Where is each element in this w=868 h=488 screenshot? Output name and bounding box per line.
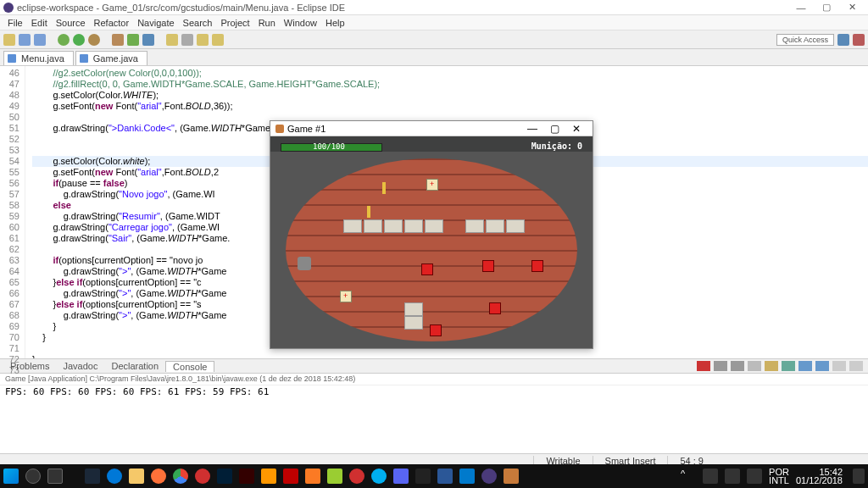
- clear-console-icon[interactable]: [748, 361, 761, 371]
- tray-up-icon[interactable]: ^: [681, 469, 696, 484]
- notepad-icon[interactable]: [327, 469, 342, 484]
- game-window[interactable]: Game #1 — ▢ ✕ 100/100 Munição: 0: [270, 120, 593, 349]
- tray-icon[interactable]: [703, 469, 718, 484]
- open-console-icon[interactable]: [815, 361, 829, 371]
- game-titlebar[interactable]: Game #1 — ▢ ✕: [270, 121, 593, 136]
- skype-icon[interactable]: [371, 469, 387, 484]
- sublime-icon[interactable]: [261, 469, 276, 484]
- tab-game-java[interactable]: Game.java: [75, 51, 147, 65]
- game-canvas[interactable]: 100/100 Munição: 0: [270, 136, 593, 348]
- menu-navigate[interactable]: Navigate: [133, 18, 178, 28]
- save-icon[interactable]: [19, 34, 31, 46]
- perspective-debug-icon[interactable]: [853, 34, 865, 46]
- tab-label: Menu.java: [21, 53, 64, 64]
- search-icon[interactable]: [166, 34, 178, 46]
- tab-javadoc[interactable]: Javadoc: [56, 361, 104, 371]
- bullet-sprite: [367, 206, 370, 218]
- menu-edit[interactable]: Edit: [27, 18, 52, 28]
- unity-icon[interactable]: [415, 469, 431, 484]
- back-icon[interactable]: [197, 34, 209, 46]
- enemy-sprite: [489, 302, 501, 314]
- game-title: Game #1: [287, 124, 326, 134]
- max-icon[interactable]: [849, 361, 863, 371]
- crate-sprite: [340, 291, 352, 302]
- java-task-icon[interactable]: [504, 469, 519, 484]
- vscode-icon[interactable]: [459, 469, 475, 484]
- chrome-icon[interactable]: [173, 469, 188, 484]
- menu-source[interactable]: Source: [52, 18, 90, 28]
- network-icon[interactable]: [725, 469, 740, 484]
- console-output[interactable]: FPS: 60 FPS: 60 FPS: 60 FPS: 61 FPS: 59 …: [0, 385, 868, 453]
- forward-icon[interactable]: [212, 34, 224, 46]
- new-icon[interactable]: [3, 34, 15, 46]
- app-icon[interactable]: [437, 469, 453, 484]
- edge-icon[interactable]: [107, 469, 122, 484]
- remove-launch-icon[interactable]: [714, 361, 727, 371]
- tab-menu-java[interactable]: Menu.java: [3, 51, 74, 65]
- system-clock[interactable]: 15:4201/12/2018: [796, 468, 846, 485]
- new-package-icon[interactable]: [112, 34, 124, 46]
- notifications-icon[interactable]: [853, 469, 865, 484]
- pin-console-icon[interactable]: [782, 361, 795, 371]
- display-console-icon[interactable]: [798, 361, 812, 371]
- console-launch-info: Game [Java Application] C:\Program Files…: [0, 374, 868, 385]
- language-indicator[interactable]: PORINTL: [769, 468, 789, 485]
- recorder-icon[interactable]: [349, 469, 364, 484]
- toggle-icon[interactable]: [181, 34, 193, 46]
- tab-declaration[interactable]: Declaration: [104, 361, 165, 371]
- quick-access-button[interactable]: Quick Access: [776, 34, 834, 46]
- photoshop-icon[interactable]: [217, 469, 232, 484]
- debug-icon[interactable]: [58, 34, 70, 46]
- remove-all-icon[interactable]: [731, 361, 744, 371]
- ammo-text: Munição: 0: [531, 141, 582, 151]
- start-icon[interactable]: [3, 469, 19, 484]
- volume-icon[interactable]: [747, 469, 762, 484]
- xampp-icon[interactable]: [305, 469, 320, 484]
- enemy-sprite: [531, 260, 543, 272]
- menu-refactor[interactable]: Refactor: [90, 18, 134, 28]
- menu-window[interactable]: Window: [280, 18, 321, 28]
- game-maximize-button[interactable]: ▢: [543, 123, 565, 135]
- tab-label: Game.java: [93, 53, 138, 64]
- new-class-icon[interactable]: [127, 34, 139, 46]
- menu-search[interactable]: Search: [179, 18, 217, 28]
- search-icon[interactable]: [25, 469, 41, 484]
- tab-console[interactable]: Console: [165, 361, 214, 372]
- menu-run[interactable]: Run: [254, 18, 280, 28]
- save-all-icon[interactable]: [34, 34, 46, 46]
- coverage-icon[interactable]: [88, 34, 100, 46]
- close-button[interactable]: ✕: [839, 2, 865, 13]
- steam-icon[interactable]: [85, 469, 100, 484]
- menu-project[interactable]: Project: [216, 18, 253, 28]
- perspective-java-icon[interactable]: [837, 34, 849, 46]
- windows-taskbar[interactable]: ^ PORINTL 15:4201/12/2018: [0, 464, 868, 488]
- terminate-icon[interactable]: [697, 361, 710, 371]
- enemy-sprite: [430, 324, 442, 336]
- discord-icon[interactable]: [393, 469, 409, 484]
- minimize-button[interactable]: —: [788, 3, 814, 13]
- window-title: eclipse-workspace - Game_01/src/com/gcst…: [17, 3, 345, 13]
- window-titlebar: eclipse-workspace - Game_01/src/com/gcst…: [0, 0, 868, 15]
- enemy-sprite: [421, 263, 433, 275]
- illustrator-icon[interactable]: [239, 469, 254, 484]
- firefox-icon[interactable]: [151, 469, 166, 484]
- enemy-sprite: [482, 260, 494, 272]
- explorer-icon[interactable]: [129, 469, 144, 484]
- java-icon: [275, 125, 284, 133]
- taskview-icon[interactable]: [47, 469, 63, 484]
- min-icon[interactable]: [832, 361, 846, 371]
- eclipse-task-icon[interactable]: [481, 469, 497, 484]
- opera-icon[interactable]: [195, 469, 210, 484]
- open-type-icon[interactable]: [142, 34, 154, 46]
- run-icon[interactable]: [73, 34, 85, 46]
- filezilla-icon[interactable]: [283, 469, 298, 484]
- game-close-button[interactable]: ✕: [565, 123, 587, 135]
- menu-file[interactable]: File: [3, 18, 27, 28]
- menu-help[interactable]: Help: [321, 18, 349, 28]
- eclipse-icon: [3, 3, 14, 13]
- game-minimize-button[interactable]: —: [521, 123, 543, 135]
- maximize-button[interactable]: ▢: [814, 2, 839, 13]
- scroll-lock-icon[interactable]: [765, 361, 778, 371]
- menu-bar: File Edit Source Refactor Navigate Searc…: [0, 15, 868, 30]
- tab-problems[interactable]: Problems: [3, 361, 56, 371]
